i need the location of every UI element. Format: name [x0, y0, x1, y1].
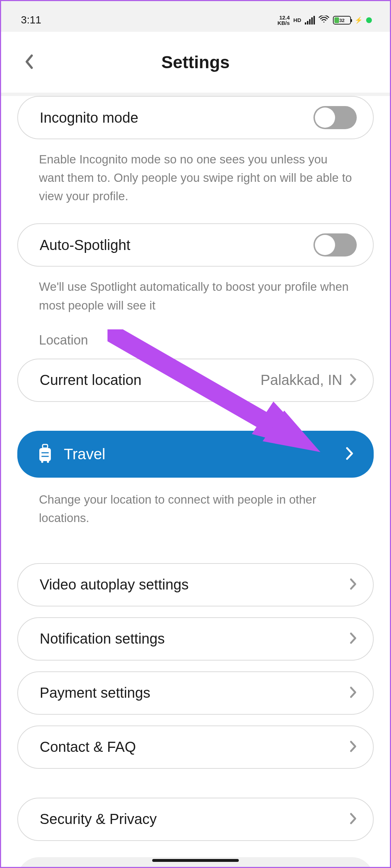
svg-rect-1: [39, 448, 51, 461]
svg-rect-0: [43, 444, 48, 448]
notification-settings-row[interactable]: Notification settings: [17, 617, 374, 661]
current-location-row[interactable]: Current location Palakkad, IN: [17, 359, 374, 402]
hd-indicator: HD: [293, 17, 301, 23]
chevron-right-icon: [345, 446, 354, 462]
security-privacy-row[interactable]: Security & Privacy: [17, 798, 374, 841]
chevron-right-icon: [350, 632, 357, 646]
incognito-toggle[interactable]: [313, 106, 357, 129]
notification-settings-label: Notification settings: [40, 631, 165, 647]
incognito-row[interactable]: Incognito mode: [17, 96, 374, 139]
chevron-right-icon: [350, 686, 357, 700]
video-autoplay-row[interactable]: Video autoplay settings: [17, 563, 374, 606]
page-title: Settings: [21, 52, 370, 72]
auto-spotlight-row[interactable]: Auto-Spotlight: [17, 223, 374, 267]
auto-spotlight-help: We'll use Spotlight automatically to boo…: [17, 277, 374, 314]
chevron-right-icon: [350, 740, 357, 754]
status-time: 3:11: [21, 14, 41, 26]
incognito-help: Enable Incognito mode so no one sees you…: [17, 150, 374, 205]
auto-spotlight-toggle[interactable]: [313, 233, 357, 257]
chevron-right-icon: [350, 812, 357, 826]
travel-help: Change your location to connect with peo…: [17, 490, 374, 527]
video-autoplay-label: Video autoplay settings: [40, 577, 189, 593]
luggage-icon: [37, 444, 53, 465]
contact-faq-label: Contact & FAQ: [40, 739, 136, 755]
chevron-right-icon: [350, 373, 357, 387]
svg-point-5: [47, 461, 49, 463]
activity-dot-icon: [366, 17, 372, 23]
wifi-icon: [318, 16, 329, 25]
network-speed: 12.4KB/s: [277, 15, 290, 26]
auto-spotlight-label: Auto-Spotlight: [40, 237, 130, 253]
location-section-label: Location: [17, 333, 374, 348]
status-bar: 3:11 12.4KB/s HD 32 ⚡: [1, 1, 390, 32]
header: Settings: [1, 32, 390, 93]
signal-icon: [305, 16, 315, 25]
home-indicator[interactable]: [152, 859, 239, 862]
travel-row[interactable]: Travel: [17, 431, 374, 478]
back-button[interactable]: [25, 54, 35, 71]
battery-icon: 32: [333, 16, 351, 25]
payment-settings-row[interactable]: Payment settings: [17, 671, 374, 715]
incognito-label: Incognito mode: [40, 110, 139, 126]
chevron-right-icon: [350, 578, 357, 592]
current-location-label: Current location: [40, 372, 141, 388]
payment-settings-label: Payment settings: [40, 685, 150, 701]
current-location-value: Palakkad, IN: [260, 372, 342, 388]
svg-point-4: [41, 461, 43, 463]
contact-faq-row[interactable]: Contact & FAQ: [17, 725, 374, 769]
travel-label: Travel: [64, 446, 105, 463]
charging-icon: ⚡: [355, 16, 363, 24]
security-privacy-label: Security & Privacy: [40, 811, 157, 827]
